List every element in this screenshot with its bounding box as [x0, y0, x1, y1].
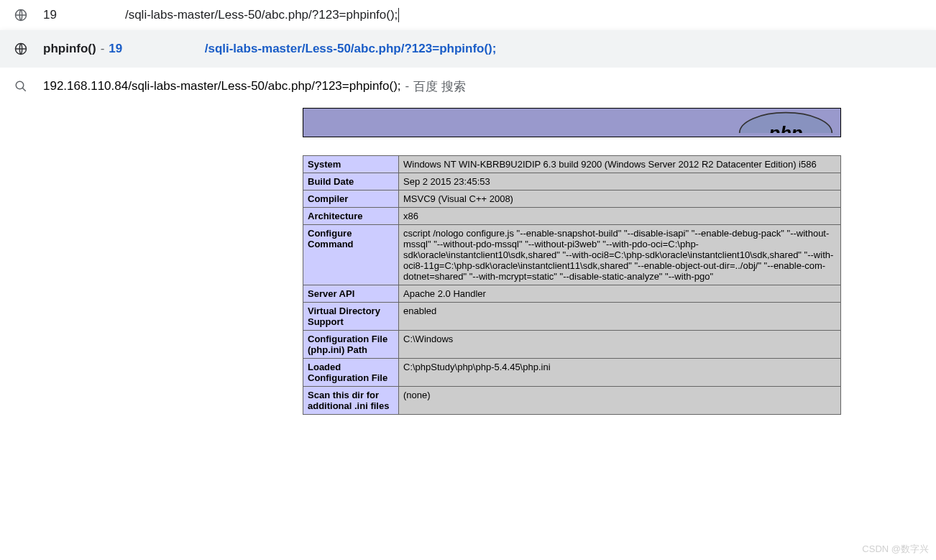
phpinfo-key: Loaded Configuration File: [303, 359, 399, 387]
table-row: Scan this dir for additional .ini files(…: [303, 387, 841, 415]
omnibox-suggestions: phpinfo() - 19 /sqli-labs-master/Less-50…: [0, 30, 936, 109]
globe-icon: [14, 9, 27, 22]
phpinfo-value: cscript /nologo configure.js "--enable-s…: [399, 225, 841, 285]
table-row: SystemWindows NT WIN-KBRB9U2IDIP 6.3 bui…: [303, 156, 841, 173]
suggestion-url-link[interactable]: 19 /sqli-labs-master/Less-50/abc.php/?12…: [109, 42, 496, 56]
phpinfo-key: Configuration File (php.ini) Path: [303, 331, 399, 359]
phpinfo-key: Virtual Directory Support: [303, 303, 399, 331]
phpinfo-table-body: SystemWindows NT WIN-KBRB9U2IDIP 6.3 bui…: [303, 156, 841, 415]
phpinfo-value: C:\phpStudy\php\php-5.4.45\php.ini: [399, 359, 841, 387]
suggestion-url-suffix: /sqli-labs-master/Less-50/abc.php/?123=p…: [205, 42, 497, 55]
text-cursor: [398, 8, 399, 22]
suggestion-title: phpinfo(): [43, 42, 96, 56]
phpinfo-value: Windows NT WIN-KBRB9U2IDIP 6.3 build 920…: [399, 156, 841, 173]
phpinfo-value: MSVC9 (Visual C++ 2008): [399, 191, 841, 208]
phpinfo-value: enabled: [399, 303, 841, 331]
table-row: Architecturex86: [303, 208, 841, 225]
suggestion-item-url[interactable]: phpinfo() - 19 /sqli-labs-master/Less-50…: [0, 30, 936, 68]
suggestion-item-search[interactable]: 192.168.110.84/sqli-labs-master/Less-50/…: [0, 68, 936, 105]
phpinfo-key: Build Date: [303, 173, 399, 191]
phpinfo-key: System: [303, 156, 399, 173]
suggestion-search-text: 192.168.110.84/sqli-labs-master/Less-50/…: [43, 79, 401, 93]
address-bar[interactable]: 19 /sqli-labs-master/Less-50/abc.php/?12…: [0, 0, 936, 30]
table-row: Configuration File (php.ini) PathC:\Wind…: [303, 331, 841, 359]
svg-point-2: [16, 81, 24, 89]
table-row: Virtual Directory Supportenabled: [303, 303, 841, 331]
phpinfo-key: Compiler: [303, 191, 399, 208]
phpinfo-value: C:\Windows: [399, 331, 841, 359]
page-content: php SystemWindows NT WIN-KBRB9U2IDIP 6.3…: [0, 108, 936, 560]
url-input[interactable]: 19 /sqli-labs-master/Less-50/abc.php/?12…: [43, 8, 922, 22]
table-row: Configure Commandcscript /nologo configu…: [303, 225, 841, 285]
suggestion-url-prefix: 19: [109, 42, 122, 55]
phpinfo-key: Server API: [303, 285, 399, 303]
phpinfo-key: Configure Command: [303, 225, 399, 285]
suggestion-search-engine: 百度 搜索: [413, 78, 466, 95]
php-logo-icon: php: [735, 111, 836, 133]
phpinfo-key: Architecture: [303, 208, 399, 225]
watermark-text: CSDN @数字兴: [862, 543, 929, 556]
table-row: Build DateSep 2 2015 23:45:53: [303, 173, 841, 191]
table-row: CompilerMSVC9 (Visual C++ 2008): [303, 191, 841, 208]
suggestion-url-redacted: [126, 44, 201, 55]
table-row: Loaded Configuration FileC:\phpStudy\php…: [303, 359, 841, 387]
globe-icon: [14, 42, 27, 55]
suggestion-dash: -: [101, 42, 105, 56]
phpinfo-value: Sep 2 2015 23:45:53: [399, 173, 841, 191]
url-redacted: [57, 9, 125, 22]
search-icon: [14, 80, 27, 93]
phpinfo-key: Scan this dir for additional .ini files: [303, 387, 399, 415]
phpinfo-table: SystemWindows NT WIN-KBRB9U2IDIP 6.3 bui…: [303, 155, 841, 415]
phpinfo-value: (none): [399, 387, 841, 415]
svg-text:php: php: [768, 123, 802, 133]
suggestion-dash: -: [405, 79, 410, 93]
phpinfo-header: php: [303, 108, 841, 137]
url-prefix: 19: [43, 8, 57, 22]
phpinfo-value: x86: [399, 208, 841, 225]
table-row: Server APIApache 2.0 Handler: [303, 285, 841, 303]
phpinfo-value: Apache 2.0 Handler: [399, 285, 841, 303]
url-suffix: /sqli-labs-master/Less-50/abc.php/?123=p…: [125, 8, 398, 22]
